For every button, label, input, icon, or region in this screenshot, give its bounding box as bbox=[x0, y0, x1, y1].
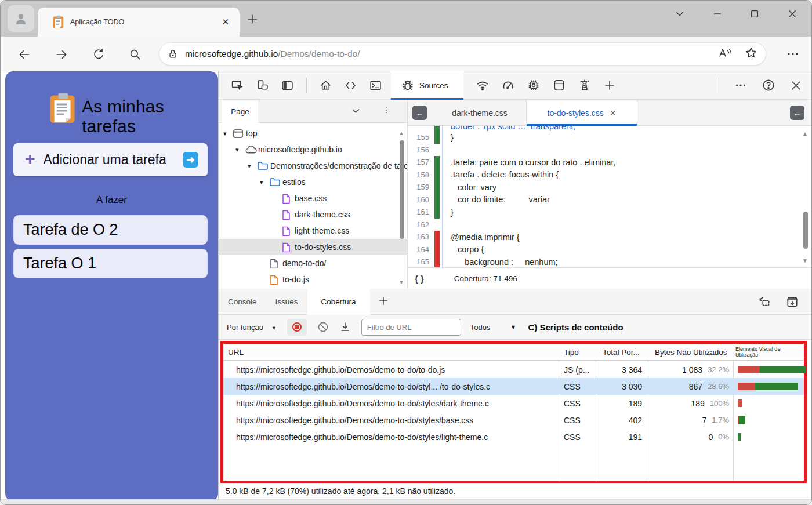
coverage-row[interactable]: https://microsoftedge.github.io/Demos/de… bbox=[223, 378, 804, 395]
memory-chip-icon[interactable] bbox=[527, 79, 540, 92]
submit-task-button[interactable]: ➜ bbox=[183, 152, 198, 168]
type-filter-dropdown[interactable]: Todos▼ bbox=[470, 323, 517, 332]
browser-tab[interactable]: Aplicação TODO ✕ bbox=[38, 8, 240, 37]
chevron-down-icon[interactable] bbox=[351, 106, 361, 118]
add-task-input[interactable]: + Adicionar uma tarefa ➜ bbox=[13, 143, 208, 176]
tree-item[interactable]: ▾ to-do-styles.css bbox=[219, 239, 407, 255]
tree-item[interactable]: ▾ to-do.js bbox=[219, 271, 407, 288]
performance-icon[interactable] bbox=[502, 79, 514, 92]
task-item[interactable]: Tarefa de O 2 bbox=[13, 215, 208, 245]
content-scripts-label[interactable]: C) Scripts de conteúdo bbox=[528, 322, 623, 332]
tree-item[interactable]: ▾ light-theme.css bbox=[219, 223, 407, 239]
tab-close-icon[interactable]: ✕ bbox=[218, 16, 233, 28]
coverage-row[interactable]: https://microsoftedge.github.io/Demos/de… bbox=[223, 412, 804, 428]
scroll-down-icon[interactable]: ▼ bbox=[398, 279, 404, 285]
network-icon[interactable] bbox=[476, 79, 489, 92]
tab-sources[interactable]: Sources bbox=[391, 71, 463, 100]
welcome-home-icon[interactable] bbox=[320, 79, 332, 92]
code-line[interactable]: 165 background : nenhum; bbox=[408, 256, 811, 267]
per-function-dropdown[interactable]: Por função▼ bbox=[227, 323, 277, 332]
expander-icon[interactable]: ▾ bbox=[260, 179, 270, 186]
close-button[interactable] bbox=[787, 9, 798, 21]
code-line[interactable]: 159 color: vary bbox=[408, 181, 811, 194]
tree-item[interactable]: ▾ microsoftedge.github.io bbox=[219, 141, 407, 158]
application-icon[interactable] bbox=[553, 79, 566, 92]
column-url[interactable]: URL bbox=[223, 348, 559, 357]
maximize-button[interactable] bbox=[749, 9, 760, 21]
expand-panel-icon[interactable] bbox=[786, 296, 799, 310]
minimize-button[interactable] bbox=[712, 9, 723, 21]
scrollbar-thumb[interactable] bbox=[803, 212, 808, 249]
code-line[interactable]: 158 .tarefa . delete: focus-within { bbox=[408, 169, 811, 181]
scroll-down-icon[interactable]: ▼ bbox=[802, 257, 808, 264]
browser-menu-icon[interactable] bbox=[786, 47, 800, 63]
scroll-up-icon[interactable]: ▲ bbox=[398, 130, 404, 136]
editor-tab-dark-theme[interactable]: dark-theme.css bbox=[433, 100, 526, 126]
code-line[interactable]: 161 } bbox=[408, 206, 811, 219]
task-item[interactable]: Tarefa O 1 bbox=[13, 249, 208, 278]
navigator-tab-page[interactable]: Page bbox=[222, 100, 258, 123]
address-bar[interactable]: microsoftedge.github.io/Demos/demo-to-do… bbox=[159, 42, 766, 66]
code-line[interactable]: 157 .tarefa: paire com o cursor do rato … bbox=[408, 156, 811, 169]
tree-item[interactable]: ▾ base.css bbox=[219, 190, 407, 206]
expander-icon[interactable]: ▾ bbox=[223, 130, 233, 137]
code-line[interactable]: 155 } bbox=[408, 131, 811, 144]
drawer-tab-issues[interactable]: Issues bbox=[266, 289, 307, 315]
coverage-row[interactable]: https://microsoftedge.github.io/Demos/de… bbox=[223, 395, 804, 412]
column-type[interactable]: Tipo bbox=[559, 348, 596, 357]
back-button[interactable] bbox=[18, 48, 31, 63]
export-coverage-icon[interactable] bbox=[339, 321, 351, 333]
help-icon[interactable] bbox=[762, 79, 775, 92]
drawer-tab-console[interactable]: Console bbox=[219, 289, 266, 315]
code-line[interactable]: 164 corpo { bbox=[408, 244, 811, 256]
tree-item[interactable]: ▾ dark-theme.css bbox=[219, 206, 407, 223]
device-emulation-icon[interactable] bbox=[256, 79, 269, 92]
scrollbar-thumb[interactable] bbox=[400, 140, 404, 239]
tree-scrollbar[interactable]: ▲ ▼ bbox=[398, 130, 406, 285]
more-tools-plus-icon[interactable] bbox=[604, 79, 615, 91]
profile-button[interactable] bbox=[8, 5, 34, 32]
expander-icon[interactable]: ▾ bbox=[235, 146, 245, 154]
editor-scrollbar[interactable]: ▲ ▼ bbox=[802, 126, 810, 267]
clear-coverage-icon[interactable] bbox=[317, 321, 329, 333]
editor-tab-to-do-styles[interactable]: to-do-styles.css ✕ bbox=[526, 100, 637, 126]
drawer-tab-coverage[interactable]: Cobertura bbox=[307, 289, 370, 315]
code-line[interactable]: 162 bbox=[408, 219, 811, 231]
inspect-icon[interactable] bbox=[231, 79, 244, 92]
console-icon[interactable] bbox=[369, 79, 382, 92]
code-line[interactable]: 156 bbox=[408, 144, 811, 157]
code-editor[interactable]: ▲ ▼ border : 1px solid … transparent; 15… bbox=[408, 126, 811, 267]
navigator-menu-icon[interactable]: ⋮ bbox=[382, 105, 390, 114]
forward-button[interactable] bbox=[55, 48, 68, 63]
new-tab-button[interactable] bbox=[246, 13, 258, 27]
hide-navigator-icon[interactable]: ← bbox=[412, 106, 427, 120]
url-filter-input[interactable] bbox=[361, 319, 461, 336]
pretty-print-icon[interactable]: { } bbox=[415, 274, 424, 284]
close-tab-icon[interactable]: ✕ bbox=[610, 108, 617, 118]
column-total-bytes[interactable]: Total Por... bbox=[596, 348, 648, 357]
tree-item[interactable]: ▾ top bbox=[219, 125, 407, 141]
elements-icon[interactable] bbox=[345, 79, 357, 92]
code-line[interactable]: 160 cor do limite: variar bbox=[408, 194, 811, 206]
refresh-button[interactable] bbox=[92, 48, 105, 63]
tree-item[interactable]: ▾ Demonstrações/demonstração de tarefas bbox=[219, 158, 407, 174]
activity-bar-layout-icon[interactable] bbox=[281, 79, 293, 92]
coverage-row[interactable]: https://microsoftedge.github.io/Demos/de… bbox=[223, 361, 804, 378]
code-line[interactable]: 163 @media imprimir { bbox=[408, 231, 811, 244]
rotate-device-icon[interactable] bbox=[758, 296, 771, 310]
favorites-star-icon[interactable] bbox=[745, 46, 757, 61]
scroll-up-icon[interactable]: ▲ bbox=[802, 130, 808, 137]
tree-item[interactable]: ▾ demo-to-do/ bbox=[219, 255, 407, 271]
search-icon[interactable] bbox=[129, 48, 142, 63]
lighthouse-icon[interactable] bbox=[578, 79, 591, 92]
record-coverage-button[interactable] bbox=[287, 319, 307, 336]
column-unused-bytes[interactable]: Bytes Não Utilizados bbox=[648, 348, 733, 357]
expander-icon[interactable]: ▾ bbox=[248, 162, 258, 170]
tree-item[interactable]: ▾ estilos bbox=[219, 174, 407, 190]
devtools-menu-icon[interactable] bbox=[734, 79, 747, 92]
read-aloud-icon[interactable] bbox=[718, 46, 732, 61]
column-usage-visualization[interactable]: Elemento Visual de Utilização bbox=[733, 346, 804, 358]
tab-list-chevron-icon[interactable] bbox=[675, 9, 685, 21]
coverage-row[interactable]: https://microsoftedge.github.io/Demos/de… bbox=[223, 428, 804, 445]
close-devtools-icon[interactable] bbox=[790, 79, 802, 92]
